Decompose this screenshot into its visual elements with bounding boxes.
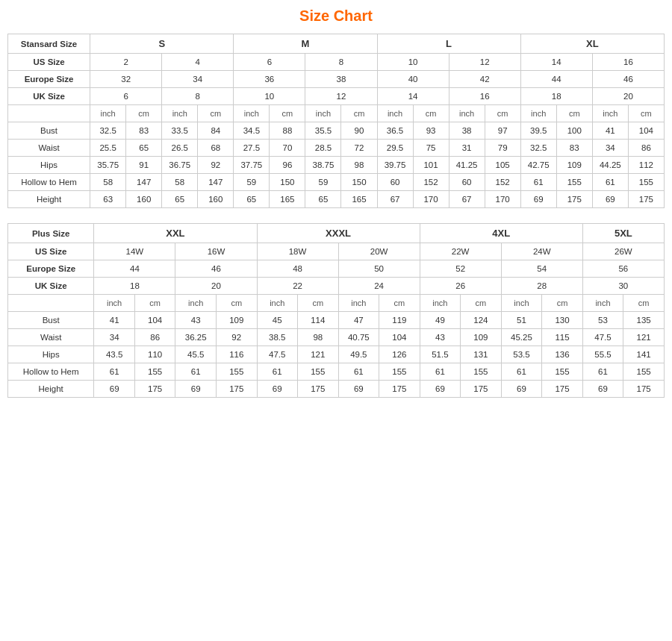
us-size-2: 2: [90, 54, 162, 71]
std-unit-blank: [8, 105, 90, 122]
plus-waist-8: 43: [420, 329, 461, 346]
eu-36: 36: [234, 71, 305, 88]
plus-bust-1: 104: [134, 312, 175, 329]
standard-size-table: Stansard Size S M L XL US Size 2 4 6 8 1…: [7, 34, 665, 208]
plus-height-12: 69: [582, 381, 623, 398]
uk-20: 20: [592, 88, 664, 105]
height-2: 65: [162, 191, 198, 208]
plus-group-4xl: 4XL: [420, 224, 582, 243]
us-size-12: 12: [449, 54, 520, 71]
hips-1: 91: [126, 157, 162, 174]
waist-7: 72: [341, 140, 377, 157]
plus-group-5xl: 5XL: [582, 224, 664, 243]
plus-unit-cm-4: cm: [379, 295, 420, 312]
hips-10: 41.25: [449, 157, 485, 174]
hollow-11: 152: [485, 174, 520, 191]
plus-unit-inch-3: inch: [257, 295, 298, 312]
plus-unit-cm-5: cm: [461, 295, 502, 312]
uk-12: 12: [305, 88, 377, 105]
std-unit-cm-6: cm: [485, 105, 520, 122]
plus-hips-3: 116: [216, 346, 257, 363]
bust-14: 41: [592, 122, 628, 140]
plus-hips-8: 51.5: [420, 346, 461, 363]
uk-14: 14: [377, 88, 449, 105]
plus-us-14w: 14W: [94, 243, 175, 260]
bust-8: 36.5: [377, 122, 413, 140]
plus-us-18w: 18W: [257, 243, 338, 260]
eu-44: 44: [520, 71, 592, 88]
plus-unit-cm-6: cm: [542, 295, 583, 312]
plus-waist-0: 34: [94, 329, 135, 346]
plus-hollow-13: 155: [623, 363, 665, 381]
std-unit-cm-4: cm: [341, 105, 377, 122]
plus-unit-inch-4: inch: [338, 295, 379, 312]
bust-3: 84: [198, 122, 234, 140]
plus-hips-7: 126: [379, 346, 420, 363]
height-3: 160: [198, 191, 234, 208]
waist-10: 31: [449, 140, 485, 157]
plus-hollow-10: 61: [501, 363, 542, 381]
plus-bust-13: 135: [623, 312, 665, 329]
page-title: Size Chart: [7, 7, 665, 25]
plus-height-6: 69: [338, 381, 379, 398]
bust-0: 32.5: [90, 122, 126, 140]
plus-bust-2: 43: [175, 312, 217, 329]
plus-us-size-label: US Size: [8, 243, 94, 260]
bust-4: 34.5: [234, 122, 270, 140]
plus-us-16w: 16W: [175, 243, 257, 260]
plus-hollow-11: 155: [542, 363, 583, 381]
group-m: M: [234, 34, 377, 54]
plus-hollow-0: 61: [94, 363, 135, 381]
us-size-6: 6: [234, 54, 305, 71]
plus-unit-cm-3: cm: [298, 295, 339, 312]
bust-11: 97: [485, 122, 520, 140]
plus-hips-10: 53.5: [501, 346, 542, 363]
bust-1: 83: [126, 122, 162, 140]
plus-waist-5: 98: [298, 329, 339, 346]
uk-6: 6: [90, 88, 162, 105]
plus-bust-10: 51: [501, 312, 542, 329]
plus-hips-9: 131: [461, 346, 502, 363]
std-unit-cm-1: cm: [126, 105, 162, 122]
bust-10: 38: [449, 122, 485, 140]
plus-bust-3: 109: [216, 312, 257, 329]
eu-34: 34: [162, 71, 234, 88]
plus-height-7: 175: [379, 381, 420, 398]
plus-hollow-label: Hollow to Hem: [8, 363, 94, 381]
bust-9: 93: [413, 122, 449, 140]
height-15: 175: [628, 191, 664, 208]
std-unit-cm-2: cm: [198, 105, 234, 122]
std-unit-inch-7: inch: [520, 105, 556, 122]
plus-height-9: 175: [461, 381, 502, 398]
height-4: 65: [234, 191, 270, 208]
plus-group-xxxl: XXXL: [257, 224, 420, 243]
plus-waist-10: 45.25: [501, 329, 542, 346]
plus-hollow-8: 61: [420, 363, 461, 381]
plus-waist-1: 86: [134, 329, 175, 346]
hollow-label: Hollow to Hem: [8, 174, 90, 191]
standard-size-section: Stansard Size S M L XL US Size 2 4 6 8 1…: [7, 34, 665, 208]
waist-0: 25.5: [90, 140, 126, 157]
std-unit-inch-2: inch: [162, 105, 198, 122]
plus-uk-28: 28: [501, 278, 582, 295]
hollow-15: 155: [628, 174, 664, 191]
us-size-14: 14: [520, 54, 592, 71]
std-unit-cm-3: cm: [270, 105, 305, 122]
plus-us-20w: 20W: [338, 243, 420, 260]
plus-hollow-5: 155: [298, 363, 339, 381]
plus-eu-56: 56: [582, 260, 664, 278]
plus-bust-11: 130: [542, 312, 583, 329]
hips-2: 36.75: [162, 157, 198, 174]
plus-uk-20: 20: [175, 278, 257, 295]
waist-11: 79: [485, 140, 520, 157]
group-xl: XL: [520, 34, 664, 54]
bust-label: Bust: [8, 122, 90, 140]
plus-height-11: 175: [542, 381, 583, 398]
plus-eu-48: 48: [257, 260, 338, 278]
plus-bust-12: 53: [582, 312, 623, 329]
plus-height-label: Height: [8, 381, 94, 398]
eu-42: 42: [449, 71, 520, 88]
waist-13: 83: [556, 140, 592, 157]
bust-7: 90: [341, 122, 377, 140]
height-10: 67: [449, 191, 485, 208]
